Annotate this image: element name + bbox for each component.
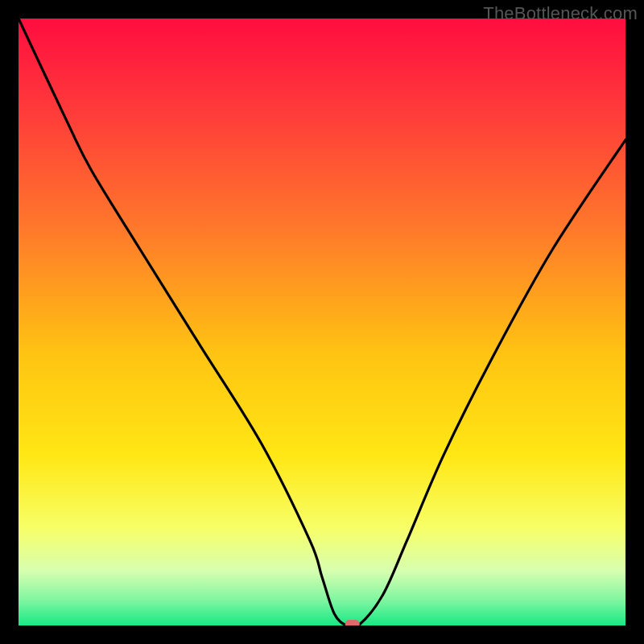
- chart-plot-area: [19, 19, 625, 625]
- minimum-marker: [345, 620, 360, 625]
- watermark-text: TheBottleneck.com: [483, 3, 638, 24]
- chart-svg: [19, 19, 625, 625]
- chart-background: [19, 19, 625, 625]
